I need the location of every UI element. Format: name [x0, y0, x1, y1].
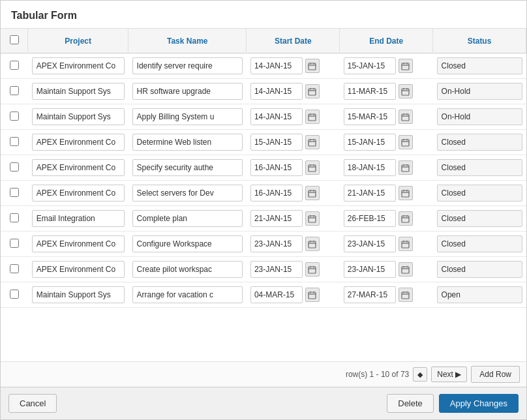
project-input[interactable]: [32, 108, 125, 125]
end-date-calendar-icon[interactable]: [399, 84, 413, 98]
end-date-input[interactable]: [344, 261, 396, 278]
table-row: [1, 104, 526, 130]
task-input[interactable]: [132, 159, 243, 176]
status-input[interactable]: [437, 83, 522, 100]
row-checkbox[interactable]: [10, 290, 19, 299]
row-checkbox[interactable]: [10, 61, 19, 70]
end-date-input[interactable]: [344, 134, 396, 151]
project-input[interactable]: [32, 235, 125, 252]
delete-button[interactable]: Delete: [387, 394, 434, 413]
cancel-button[interactable]: Cancel: [8, 394, 57, 413]
status-input[interactable]: [437, 159, 522, 176]
project-input[interactable]: [32, 185, 125, 202]
start-date-input[interactable]: [250, 57, 303, 74]
row-start-date-cell: [247, 130, 340, 155]
svg-rect-72: [309, 292, 316, 299]
pagination-nav-arrow[interactable]: ◆: [413, 367, 427, 382]
task-input[interactable]: [132, 108, 243, 125]
status-input[interactable]: [437, 185, 522, 202]
row-checkbox[interactable]: [10, 213, 19, 222]
end-date-calendar-icon[interactable]: [399, 288, 413, 302]
page-container: Tabular Form Project Task Name Start Dat…: [0, 0, 527, 420]
task-input[interactable]: [132, 261, 243, 278]
project-input[interactable]: [32, 210, 125, 227]
status-input[interactable]: [437, 134, 522, 151]
end-date-calendar-icon[interactable]: [399, 262, 413, 277]
row-task-cell: [128, 181, 247, 206]
status-input[interactable]: [437, 210, 522, 227]
task-input[interactable]: [132, 286, 243, 303]
svg-rect-20: [402, 114, 409, 121]
task-input[interactable]: [132, 235, 243, 252]
row-checkbox[interactable]: [10, 112, 19, 121]
status-input[interactable]: [437, 57, 522, 74]
project-input[interactable]: [32, 83, 125, 100]
row-end-date-cell: [340, 104, 433, 130]
next-button[interactable]: Next ▶: [431, 367, 467, 382]
end-date-calendar-icon[interactable]: [399, 110, 413, 124]
svg-rect-52: [402, 216, 409, 222]
start-date-calendar-icon[interactable]: [305, 59, 320, 73]
end-date-input[interactable]: [344, 235, 396, 252]
end-date-input[interactable]: [344, 210, 396, 227]
project-input[interactable]: [32, 57, 125, 74]
end-date-input[interactable]: [344, 57, 396, 74]
start-date-calendar-icon[interactable]: [305, 288, 320, 302]
end-date-input[interactable]: [344, 286, 396, 303]
end-date-calendar-icon[interactable]: [399, 135, 413, 149]
project-input[interactable]: [32, 261, 125, 278]
end-date-input[interactable]: [344, 159, 396, 176]
row-checkbox[interactable]: [10, 137, 19, 146]
status-input[interactable]: [437, 286, 522, 303]
end-date-input[interactable]: [344, 83, 396, 100]
end-date-input[interactable]: [344, 108, 396, 125]
project-input[interactable]: [32, 134, 125, 151]
end-date-calendar-icon[interactable]: [399, 211, 413, 226]
end-date-calendar-icon[interactable]: [399, 59, 413, 73]
start-date-input[interactable]: [250, 108, 303, 125]
start-date-input[interactable]: [250, 83, 303, 100]
row-checkbox[interactable]: [10, 264, 19, 273]
row-check-cell: [1, 155, 28, 181]
task-input[interactable]: [132, 185, 243, 202]
start-date-input[interactable]: [250, 210, 303, 227]
add-row-button[interactable]: Add Row: [471, 366, 520, 383]
start-date-calendar-icon[interactable]: [305, 211, 320, 226]
start-date-input[interactable]: [250, 185, 303, 202]
row-checkbox[interactable]: [10, 188, 19, 197]
task-input[interactable]: [132, 134, 243, 151]
start-date-calendar-icon[interactable]: [305, 237, 320, 251]
start-date-calendar-icon[interactable]: [305, 186, 320, 200]
end-date-calendar-icon[interactable]: [399, 160, 413, 175]
start-date-input[interactable]: [250, 159, 303, 176]
start-date-input[interactable]: [250, 261, 303, 278]
end-date-input[interactable]: [344, 185, 396, 202]
start-date-calendar-icon[interactable]: [305, 160, 320, 175]
start-date-input[interactable]: [250, 286, 303, 303]
task-input[interactable]: [132, 57, 243, 74]
start-date-input[interactable]: [250, 134, 303, 151]
status-input[interactable]: [437, 235, 522, 252]
select-all-checkbox[interactable]: [10, 35, 19, 44]
row-end-date-cell: [340, 257, 433, 282]
status-input[interactable]: [437, 108, 522, 125]
row-checkbox[interactable]: [10, 239, 19, 248]
apply-changes-button[interactable]: Apply Changes: [439, 394, 519, 413]
row-end-date-cell: [340, 181, 433, 206]
status-input[interactable]: [437, 261, 522, 278]
row-checkbox[interactable]: [10, 86, 19, 95]
project-input[interactable]: [32, 286, 125, 303]
project-input[interactable]: [32, 159, 125, 176]
row-start-date-cell: [247, 53, 340, 79]
row-checkbox[interactable]: [10, 162, 19, 172]
task-input[interactable]: [132, 83, 243, 100]
start-date-calendar-icon[interactable]: [305, 262, 320, 277]
start-date-calendar-icon[interactable]: [305, 135, 320, 149]
start-date-calendar-icon[interactable]: [305, 84, 320, 98]
end-date-calendar-icon[interactable]: [399, 186, 413, 200]
task-input[interactable]: [132, 210, 243, 227]
start-date-input[interactable]: [250, 235, 303, 252]
end-date-calendar-icon[interactable]: [399, 237, 413, 251]
start-date-calendar-icon[interactable]: [305, 110, 320, 124]
bottom-bar: Cancel Delete Apply Changes: [1, 387, 526, 419]
